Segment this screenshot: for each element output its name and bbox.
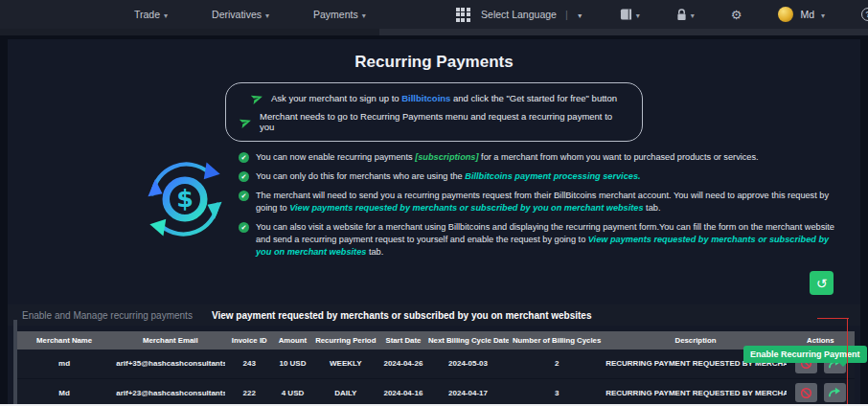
cell-recurring-period: WEEKLY [312,350,379,378]
main-panel: Recurring Payments Ask your merchant to … [8,39,860,406]
info-line: Ask your merchant to sign up to Billbitc… [240,92,628,104]
recurring-payment-icon: $ [140,154,230,244]
cell-invoice-id: 243 [225,350,273,378]
enable-recurring-tooltip: Enable Recurring Payment [743,346,867,363]
cell-num-cycles: 2 [509,350,605,378]
divider [565,9,568,20]
cell-description: RECURRING PAYMENT REQUESTED BY MERCHANT [605,378,787,406]
col-num-cycles: Number of Billing Cycles [509,331,605,350]
check-icon [239,171,249,182]
username-label: Md [800,9,814,20]
check-icon [239,222,249,233]
navbar-right: Select Language Md [481,7,868,22]
col-invoice-id: Invoice ID [225,331,273,350]
cell-amount: 4 USD [273,378,311,406]
cell-merchant-email: arif+23@hashcashconsultants.com [115,378,225,406]
cell-next-billing: 2024-04-17 [427,378,509,406]
wallet-icon [620,9,632,20]
table-row: md arif+35@hashcashconsultants.com 243 1… [13,350,855,378]
nav-payments-label: Payments [313,9,358,20]
tab-bar: Enable and Manage recurring payments Vie… [8,304,860,326]
vertical-scrollbar[interactable] [13,320,17,404]
table-header-row: Merchant Name Merchant Email Invoice ID … [13,331,855,350]
col-merchant-name: Merchant Name [13,331,115,350]
page-title: Recurring Payments [8,53,860,72]
lock-icon [676,9,687,21]
help-icon[interactable] [861,8,868,21]
language-selector[interactable]: Select Language [481,9,583,20]
tab-enable-manage[interactable]: Enable and Manage recurring payments [22,310,193,321]
scrollbar-thumb[interactable] [0,29,379,35]
cell-actions [787,378,855,406]
apps-grid-icon[interactable] [456,8,470,22]
chevron-down-icon [164,9,168,20]
bullet-item: You can now enable recurring payments [s… [239,151,837,164]
settings-button[interactable] [731,8,742,22]
send-icon [251,92,263,104]
forward-arrow-icon [828,387,841,398]
billbitcoins-link[interactable]: Billbitcoins [401,93,450,103]
col-next-billing: Next Billing Cycle Date [427,331,509,350]
cancel-icon [800,387,812,399]
svg-text:$: $ [176,184,194,213]
avatar [778,7,793,22]
cell-start-date: 2024-04-16 [379,378,427,406]
nav-trade[interactable]: Trade [134,9,168,20]
cell-merchant-email: arif+35@hashcashconsultants.com [115,350,225,378]
main-nav: Trade Derivatives Payments [134,8,470,22]
chevron-down-icon [691,9,695,20]
bullet-item: You can only do this for merchants who a… [239,170,837,183]
cell-next-billing: 2024-05-03 [427,350,509,378]
col-amount: Amount [273,331,311,350]
info-text: Merchant needs to go to Recurring Paymen… [260,111,628,132]
nav-derivatives[interactable]: Derivatives [212,9,269,20]
feature-bullets: You can now enable recurring payments [s… [239,151,837,265]
toolbar [8,271,834,298]
info-line: Merchant needs to go to Recurring Paymen… [240,111,628,132]
cell-invoice-id: 222 [225,378,273,406]
chevron-down-icon [265,9,269,20]
language-label: Select Language [481,9,557,20]
cell-merchant-name: md [13,350,115,378]
col-start-date: Start Date [379,331,427,350]
horizontal-scrollbar[interactable] [0,29,868,35]
nav-trade-label: Trade [134,9,160,20]
table-row: Md arif+23@hashcashconsultants.com 222 4… [13,378,855,406]
user-menu[interactable]: Md [778,7,825,22]
cell-num-cycles: 3 [509,378,605,406]
bullet-item: The merchant will need to send you a rec… [239,190,837,214]
enable-payment-button[interactable] [824,383,846,402]
payments-table: Merchant Name Merchant Email Invoice ID … [13,331,855,406]
bullet-text: You can now enable recurring payments [s… [256,151,759,164]
check-icon [239,191,249,201]
chevron-down-icon [821,9,825,20]
gear-icon [731,8,742,22]
chevron-down-icon [362,9,366,20]
bullet-text: You can only do this for merchants who a… [256,170,641,183]
refresh-button[interactable] [810,271,834,295]
cell-recurring-period: DAILY [312,378,379,406]
cell-start-date: 2024-04-26 [379,350,427,378]
bullet-item: You can also visit a website for a merch… [239,221,837,259]
security-menu[interactable] [676,9,695,21]
cell-amount: 10 USD [273,350,311,378]
nav-derivatives-label: Derivatives [212,9,262,20]
tab-view-requested[interactable]: View payment requested by merchants or s… [212,310,592,321]
col-recurring-period: Recurring Period [312,331,379,350]
cell-merchant-name: Md [13,378,115,406]
info-box: Ask your merchant to sign up to Billbitc… [225,82,643,142]
payments-table-container: Merchant Name Merchant Email Invoice ID … [13,331,855,406]
annotation-red-line-right [847,318,848,406]
cancel-payment-button[interactable] [795,383,817,402]
intro-section: $ You can now enable recurring payments … [140,151,837,265]
bullet-text: The merchant will need to send you a rec… [256,190,837,214]
chevron-down-icon [577,9,583,20]
send-icon [240,116,252,128]
annotation-red-line-top [817,318,849,319]
info-text: Ask your merchant to sign up to Billbitc… [271,93,617,103]
nav-payments[interactable]: Payments [313,9,366,20]
chevron-down-icon [636,9,640,20]
check-icon [239,152,249,163]
bullet-text: You can also visit a website for a merch… [256,221,837,259]
wallet-menu[interactable] [620,9,640,20]
